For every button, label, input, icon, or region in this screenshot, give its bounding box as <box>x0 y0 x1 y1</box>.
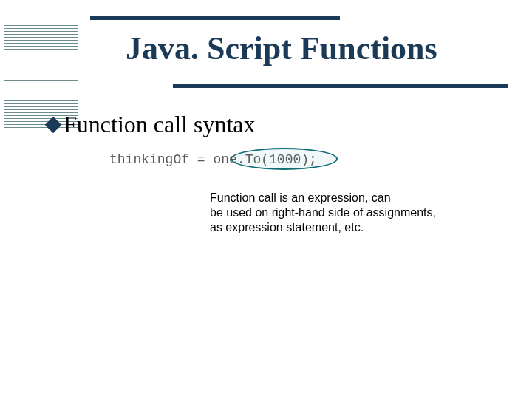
decor-line <box>4 80 78 81</box>
slide: Java. Script Functions Function call syn… <box>0 0 532 399</box>
annotation-line: as expression statement, etc. <box>210 220 436 235</box>
decor-line <box>4 106 78 107</box>
decor-line <box>4 31 78 32</box>
decor-line <box>4 98 78 98</box>
annotation-line: Function call is an expression, can <box>210 191 436 205</box>
title-rule-top <box>90 16 340 20</box>
bullet-text: Function call syntax <box>64 111 256 138</box>
decor-line <box>4 100 78 101</box>
decor-line <box>4 89 78 89</box>
decor-line <box>4 55 78 55</box>
decor-line <box>4 28 78 29</box>
annotation: Function call is an expression, can be u… <box>210 191 436 235</box>
highlight-oval <box>231 148 338 170</box>
annotation-line: be used on right-hand side of assignment… <box>210 205 436 220</box>
decor-line <box>4 58 78 58</box>
decor-line <box>4 46 78 47</box>
decor-line <box>4 52 78 52</box>
decor-lines-top <box>4 25 78 61</box>
decor-line <box>4 25 78 26</box>
decor-line <box>4 103 78 104</box>
slide-title: Java. Script Functions <box>126 30 437 67</box>
decor-line <box>4 83 78 83</box>
decor-line <box>4 37 78 38</box>
decor-line <box>4 86 78 86</box>
decor-line <box>4 95 78 95</box>
decor-line <box>4 34 78 35</box>
decor-line <box>4 43 78 44</box>
code-eq: = <box>189 152 213 167</box>
bullet-row: Function call syntax <box>47 111 256 138</box>
diamond-bullet-icon <box>45 116 62 133</box>
title-rule-bottom <box>173 84 508 88</box>
decor-line <box>4 49 78 50</box>
code-lhs: thinkingOf <box>109 152 189 167</box>
decor-line <box>4 40 78 41</box>
decor-line <box>4 92 78 92</box>
decor-line <box>4 109 78 110</box>
